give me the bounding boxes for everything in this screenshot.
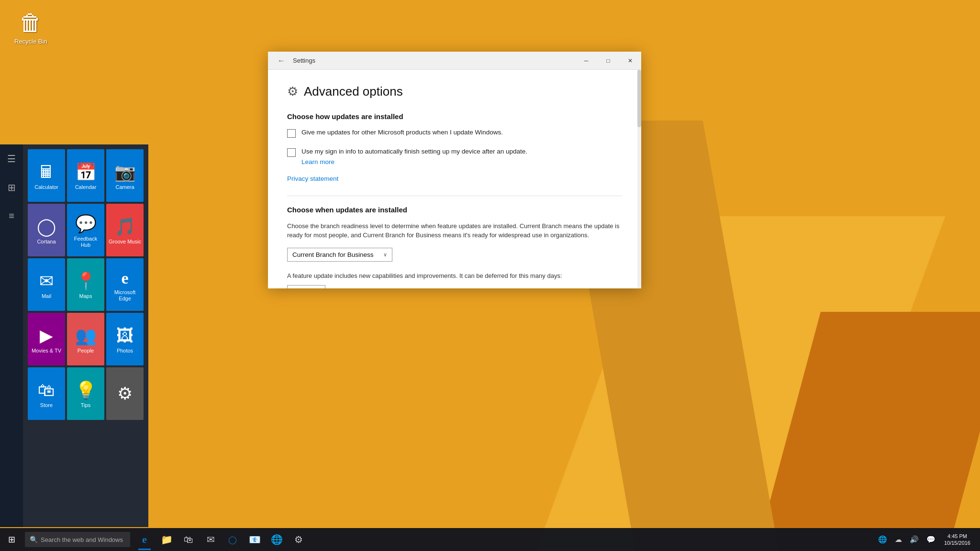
back-button[interactable]: ← [274, 55, 289, 67]
store-icon: 🛍 [38, 380, 55, 400]
date-display: 10/15/2016 [944, 540, 970, 546]
taskbar-app-file-explorer[interactable]: 📁 [156, 528, 177, 551]
movies-icon: ▶ [40, 326, 53, 346]
settings-window: ← Settings ─ □ ✕ ⚙ Advanced options Choo… [268, 52, 641, 288]
tile-mail[interactable]: ✉ Mail [28, 258, 65, 311]
branch-dropdown-container: Current Branch for Business ∨ [287, 248, 622, 262]
action-center-icon[interactable]: 💬 [924, 533, 938, 546]
feedback-icon: 💬 [75, 214, 97, 234]
list-icon[interactable]: ≡ [0, 207, 23, 225]
start-menu: ☰ ⊞ ≡ 🖩 Calculator 📅 Calendar 📷 Camera ◯… [0, 144, 148, 527]
camera-label: Camera [115, 184, 134, 190]
camera-icon: 📷 [114, 162, 136, 182]
tile-cortana[interactable]: ◯ Cortana [28, 204, 65, 256]
start-icon[interactable]: ⊞ [0, 178, 23, 197]
store-label: Store [40, 402, 53, 408]
start-button[interactable]: ⊞ [0, 528, 23, 551]
search-icon: 🔍 [30, 536, 38, 543]
recycle-bin-icon: 🗑 [19, 10, 42, 36]
recycle-bin-label: Recycle Bin [14, 38, 47, 45]
scrollbar[interactable] [637, 70, 641, 288]
search-placeholder: Search the web and Windows [41, 536, 123, 543]
tile-camera[interactable]: 📷 Camera [106, 149, 144, 202]
learn-more-link[interactable]: Learn more [301, 158, 527, 165]
branch-dropdown[interactable]: Current Branch for Business ∨ [287, 248, 392, 262]
section2-title: Choose when updates are installed [287, 206, 622, 214]
tile-people[interactable]: 👥 People [67, 313, 104, 365]
checkbox-sign-in-info[interactable] [287, 148, 296, 157]
start-sidebar: ☰ ⊞ ≡ [0, 144, 23, 527]
tile-photos[interactable]: 🖼 Photos [106, 313, 144, 365]
maps-icon: 📍 [75, 271, 97, 291]
mail-label: Mail [42, 293, 51, 299]
calculator-label: Calculator [34, 184, 58, 190]
calendar-icon: 📅 [75, 162, 97, 182]
section2-description: Choose the branch readiness level to det… [287, 221, 622, 240]
page-title: Advanced options [304, 84, 403, 99]
hamburger-icon[interactable]: ☰ [0, 149, 23, 168]
checkbox-label-2: Use my sign in info to automatically fin… [301, 147, 527, 156]
section1-title: Choose how updates are installed [287, 112, 622, 121]
photos-icon: 🖼 [116, 326, 134, 346]
movies-label: Movies & TV [32, 348, 61, 354]
tile-microsoft-edge[interactable]: e Microsoft Edge [106, 258, 144, 311]
checkbox-row-2: Use my sign in info to automatically fin… [287, 147, 622, 165]
privacy-statement-link[interactable]: Privacy statement [287, 175, 622, 182]
feature-days-value: 365 [292, 288, 303, 288]
cortana-label: Cortana [37, 239, 56, 245]
maximize-button[interactable]: □ [597, 52, 619, 70]
checkbox-2-content: Use my sign in info to automatically fin… [301, 147, 527, 165]
gear-icon: ⚙ [287, 84, 298, 99]
tile-store[interactable]: 🛍 Store [28, 367, 65, 420]
taskbar-app-mail[interactable]: ✉ [200, 528, 221, 551]
groove-label: Groove Music [109, 239, 141, 245]
taskbar-app-edge[interactable]: e [134, 528, 155, 551]
maps-label: Maps [79, 293, 92, 299]
photos-label: Photos [117, 348, 133, 354]
tile-movies-tv[interactable]: ▶ Movies & TV [28, 313, 65, 365]
settings-app-icon: ⚙ [117, 384, 133, 404]
settings-content: ⚙ Advanced options Choose how updates ar… [268, 70, 641, 288]
recycle-bin[interactable]: 🗑 Recycle Bin [14, 10, 47, 45]
taskbar-app-store[interactable]: 🛍 [178, 528, 199, 551]
tile-maps[interactable]: 📍 Maps [67, 258, 104, 311]
tile-calendar[interactable]: 📅 Calendar [67, 149, 104, 202]
tile-groove-music[interactable]: 🎵 Groove Music [106, 204, 144, 256]
mail-icon: ✉ [39, 271, 54, 291]
feature-update-label: A feature update includes new capabiliti… [287, 271, 622, 281]
feedback-label: Feedback Hub [69, 236, 102, 248]
tile-feedback-hub[interactable]: 💬 Feedback Hub [67, 204, 104, 256]
title-bar-left: ← Settings [274, 55, 315, 67]
section-divider [287, 196, 622, 196]
branch-dropdown-arrow: ∨ [383, 252, 387, 258]
taskbar-app-cortana[interactable]: ◯ [222, 528, 243, 551]
checkbox-row-1: Give me updates for other Microsoft prod… [287, 128, 622, 138]
taskbar-app-settings[interactable]: ⚙ [288, 528, 309, 551]
checkbox-label-1: Give me updates for other Microsoft prod… [301, 128, 503, 137]
people-label: People [78, 348, 94, 354]
title-controls: ─ □ ✕ [575, 52, 641, 70]
cortana-icon: ◯ [37, 217, 56, 237]
groove-icon: 🎵 [114, 217, 136, 237]
taskbar: ⊞ 🔍 Search the web and Windows e 📁 🛍 ✉ ◯… [0, 528, 980, 551]
time-date[interactable]: 4:45 PM 10/15/2016 [940, 531, 974, 548]
taskbar-right: 🌐 ☁ 🔊 💬 4:45 PM 10/15/2016 [875, 531, 980, 548]
minimize-button[interactable]: ─ [575, 52, 597, 70]
taskbar-search[interactable]: 🔍 Search the web and Windows [25, 532, 130, 547]
network-icon[interactable]: 🌐 [875, 533, 890, 546]
tile-tips[interactable]: 💡 Tips [67, 367, 104, 420]
close-button[interactable]: ✕ [619, 52, 641, 70]
speaker-icon[interactable]: 🔊 [907, 533, 922, 546]
taskbar-apps: e 📁 🛍 ✉ ◯ 📧 🌐 ⚙ [134, 528, 309, 551]
tile-calculator[interactable]: 🖩 Calculator [28, 149, 65, 202]
taskbar-app-outlook[interactable]: 📧 [244, 528, 265, 551]
tile-settings[interactable]: ⚙ [106, 367, 144, 420]
edge-label: Microsoft Edge [108, 289, 142, 302]
feature-days-dropdown[interactable]: 365 ∨ [287, 285, 325, 288]
checkbox-updates-other-products[interactable] [287, 129, 296, 138]
calculator-icon: 🖩 [38, 162, 55, 182]
taskbar-app-chrome[interactable]: 🌐 [266, 528, 287, 551]
scroll-thumb[interactable] [637, 70, 641, 127]
window-title: Settings [293, 57, 315, 64]
onedrive-icon[interactable]: ☁ [892, 533, 905, 546]
